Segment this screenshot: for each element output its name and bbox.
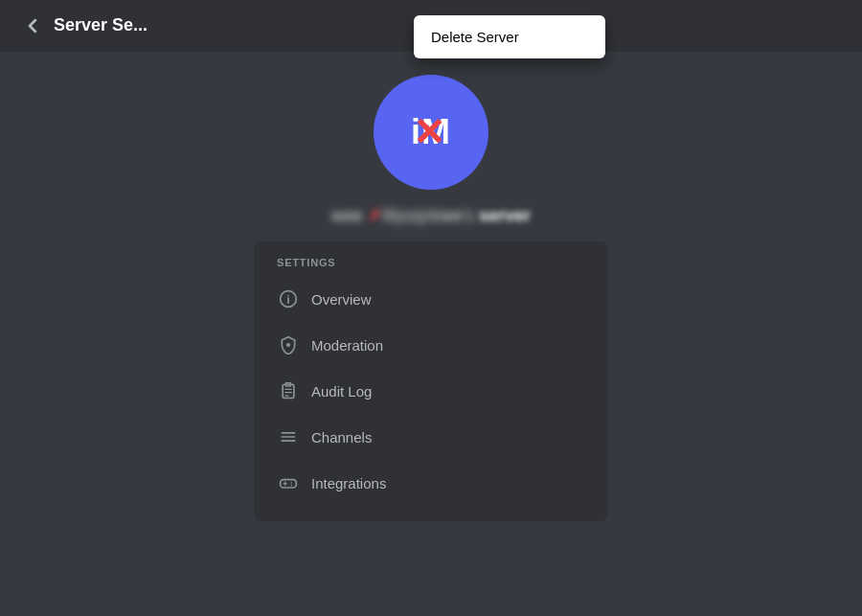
avatar-x-icon: ✕ [413, 110, 445, 154]
server-name-suffix: server [474, 206, 531, 225]
list-icon [277, 425, 300, 448]
svg-point-3 [286, 343, 290, 347]
page-container: Server Se... Delete Server iM ✕ ●●● ✗Mys… [0, 0, 862, 616]
server-name: ●●● ✗Mysqnk●●'s server [331, 205, 531, 226]
svg-point-15 [291, 485, 293, 487]
gamepad-icon [277, 471, 300, 494]
integrations-label: Integrations [311, 475, 386, 491]
sidebar-item-overview[interactable]: Overview [261, 276, 601, 322]
settings-section-label: SETTINGS [261, 257, 601, 276]
info-icon [277, 287, 300, 310]
audit-log-label: Audit Log [311, 383, 372, 399]
sidebar-item-audit-log[interactable]: Audit Log [261, 368, 601, 414]
svg-rect-11 [281, 480, 297, 488]
delete-server-menu-item[interactable]: Delete Server [420, 21, 600, 53]
context-menu: Delete Server [414, 15, 605, 58]
svg-point-14 [291, 482, 293, 484]
server-info: iM ✕ ●●● ✗Mysqnk●●'s server [331, 75, 531, 226]
sidebar-item-channels[interactable]: Channels [261, 414, 601, 460]
back-button[interactable] [23, 16, 42, 35]
clipboard-icon [277, 379, 300, 402]
svg-point-2 [287, 295, 289, 297]
overview-label: Overview [311, 291, 372, 308]
server-avatar: iM ✕ [374, 75, 488, 190]
channels-label: Channels [311, 429, 372, 445]
settings-panel: SETTINGS Overview Moderation [254, 241, 608, 521]
shield-icon [277, 333, 300, 356]
sidebar-item-moderation[interactable]: Moderation [261, 322, 601, 368]
sidebar-item-integrations[interactable]: Integrations [261, 460, 601, 506]
moderation-label: Moderation [311, 337, 383, 354]
header-title: Server Se... [54, 15, 147, 35]
